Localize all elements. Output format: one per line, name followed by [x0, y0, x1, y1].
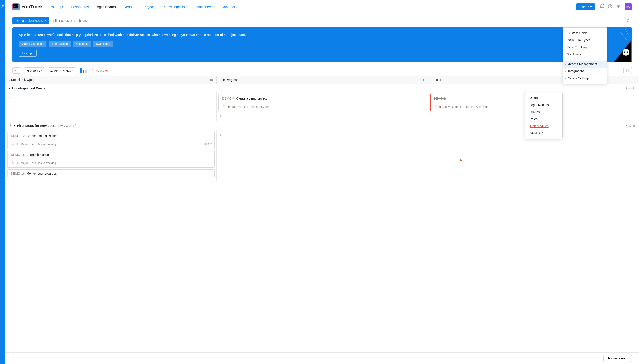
cell-inprogress[interactable]: + [217, 130, 428, 181]
logo[interactable]: YT YouTrack [13, 3, 43, 10]
tips-illustration [614, 28, 632, 62]
card-type: Task [243, 105, 249, 108]
column-header-inprogress[interactable]: ‹In Progress 1 [217, 76, 428, 84]
menu-organizations[interactable]: Organizations [525, 101, 562, 108]
column-header-fixed[interactable]: ‹Fixed 2 [428, 76, 639, 84]
swimlane-id: DEMO-2 [58, 124, 71, 128]
nav-projects[interactable]: Projects [143, 5, 155, 9]
assignee-icon[interactable] [11, 142, 15, 146]
nav-knowledge-base[interactable]: Knowledge Base [163, 5, 188, 9]
backlog-button[interactable] [13, 68, 21, 74]
card-id: DEMO-4 [222, 97, 234, 100]
add-card-button[interactable]: + [218, 132, 426, 138]
drag-handle-icon[interactable]: ⋮ [9, 124, 12, 128]
menu-workflows[interactable]: Workflows [563, 51, 607, 58]
board-selector[interactable]: Demo project Board ▾ [13, 17, 49, 24]
main-nav: Issues | ▾ Dashboards Agile Boards Repor… [50, 5, 576, 9]
card-demo-15[interactable]: DEMO-15 Search for issues Major Task Iss… [7, 150, 215, 168]
nav-issues[interactable]: Issues | ▾ [50, 5, 63, 9]
card-id: DEMO-1 [434, 97, 446, 100]
settings-icon[interactable] [616, 4, 621, 9]
menu-auth-modules[interactable]: Auth Modules [525, 122, 562, 130]
svg-rect-9 [16, 70, 18, 72]
card-priority: Major [21, 142, 28, 146]
card-title: Monitor your progress [27, 172, 57, 175]
cell-submitted[interactable]: DEMO-12 Create and edit issues Major Tas… [5, 130, 217, 181]
nav-reports[interactable]: Reports [124, 5, 136, 9]
menu-access-management[interactable]: ‹Access Management [563, 60, 607, 68]
nav-gantt[interactable]: Gantt Charts [221, 5, 240, 9]
priority-dot [228, 106, 230, 108]
menu-groups[interactable]: Groups [525, 108, 562, 116]
menu-server-settings[interactable]: ‹Server Settings [563, 75, 607, 82]
priority-stripe [430, 94, 431, 111]
card-type: Task [30, 162, 36, 165]
chevron-down-icon: ▾ [41, 70, 42, 72]
main-header: YT YouTrack Issues | ▾ Dashboards Agile … [0, 0, 639, 14]
chevron-left-icon: ‹ [565, 63, 566, 66]
chevron-left-icon: ‹ [565, 77, 566, 80]
sprint-toolbar: First sprint ▾ 27 Apr — 4 May ▾ 7 days l… [0, 66, 639, 76]
nav-dashboards[interactable]: Dashboards [71, 5, 89, 9]
left-sidebar [0, 0, 5, 181]
tip-backlog-button[interactable]: The Backlog [49, 40, 71, 47]
menu-integrations[interactable]: ‹Integrations [563, 68, 607, 75]
chevron-down-icon: ▾ [72, 70, 74, 72]
card-demo-12[interactable]: DEMO-12 Create and edit issues Major Tas… [7, 132, 215, 149]
board-settings-button[interactable] [623, 67, 632, 74]
filter-input[interactable] [51, 17, 622, 24]
priority-stripe [7, 170, 8, 177]
add-card-button[interactable]: + [218, 113, 426, 120]
edit-icon[interactable] [73, 124, 76, 128]
priority-dot [439, 106, 441, 108]
priority-stripe [7, 151, 8, 167]
card-id: DEMO-15 [11, 153, 25, 156]
menu-issue-link-types[interactable]: Issue Link Types [563, 36, 607, 44]
card-demo-4[interactable]: DEMO-4 Create a demo project Normal Task… [218, 94, 426, 111]
svg-point-11 [223, 105, 224, 106]
sprint-selector[interactable]: First sprint ▾ [24, 68, 45, 74]
assignee-icon[interactable] [222, 105, 226, 109]
menu-roles[interactable]: Roles [525, 116, 562, 122]
feather-icon[interactable] [0, 0, 5, 13]
svg-point-17 [12, 162, 13, 163]
menu-custom-fields[interactable]: Custom Fields [563, 30, 607, 36]
card-subsystem: No Subsystem [252, 105, 270, 108]
swimlane-uncategorized-header[interactable]: ▾ Uncategorized Cards 2 cards [5, 84, 639, 92]
logo-icon: YT [13, 3, 20, 10]
tip-swimlanes-button[interactable]: Swimlanes [93, 40, 113, 47]
assignee-icon[interactable] [11, 161, 15, 165]
card-id: DEMO-16 [11, 172, 25, 175]
cell-inprogress[interactable]: DEMO-4 Create a demo project Normal Task… [217, 92, 428, 121]
assignee-icon[interactable] [434, 105, 437, 109]
svg-point-4 [622, 49, 629, 56]
annotation-arrow [417, 158, 466, 163]
svg-point-6 [627, 52, 628, 53]
notifications-icon[interactable] [599, 4, 604, 9]
chevron-left-icon: ‹ [565, 70, 566, 72]
chevron-down-icon: ▾ [62, 6, 63, 8]
nav-timesheets[interactable]: Timesheets [196, 5, 213, 9]
menu-time-tracking[interactable]: Time Tracking [563, 44, 607, 51]
tip-columns-button[interactable]: Columns [73, 40, 91, 47]
menu-users[interactable]: Users [525, 94, 562, 101]
hide-tips-button[interactable]: Hide tips [19, 50, 37, 56]
view-mode-icons[interactable] [80, 68, 87, 73]
cell-submitted[interactable]: + [5, 92, 217, 121]
card-demo-16[interactable]: DEMO-16 Monitor your progress [7, 169, 215, 177]
create-button[interactable]: Create ▾ [576, 3, 595, 10]
add-card-button[interactable]: + [7, 94, 215, 101]
user-avatar[interactable]: RO [625, 3, 632, 10]
board-toolbar: Demo project Board ▾ [0, 14, 639, 28]
column-header-submitted[interactable]: ‹Submitted, Open 10 [5, 76, 217, 84]
access-management-submenu: Users Organizations Groups Roles Auth Mo… [525, 92, 563, 139]
priority-stripe [7, 132, 8, 148]
help-icon[interactable] [608, 4, 612, 9]
search-button[interactable] [624, 17, 632, 24]
tip-visibility-button[interactable]: Visibility Settings [19, 40, 46, 47]
menu-saml[interactable]: SAML 2.0 [525, 130, 562, 137]
header-actions: RO [599, 3, 632, 10]
nav-agile-boards[interactable]: Agile Boards [97, 5, 116, 9]
date-range-selector[interactable]: 27 Apr — 4 May ▾ [48, 68, 76, 74]
svg-point-12 [435, 105, 436, 106]
